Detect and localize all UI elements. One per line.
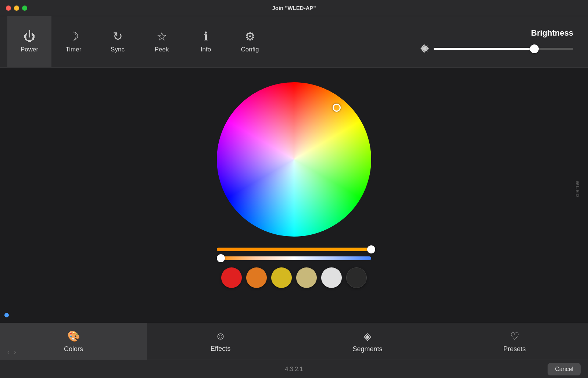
brightness-fill [434,48,534,50]
toolbar: ⏻ Power ☽ Timer ↻ Sync ☆ Peek ℹ Info ⚙ C… [0,16,588,68]
info-icon: ℹ [204,30,208,42]
brightness-title: Brightness [531,28,573,38]
swatch-warm-white[interactable] [296,267,317,288]
blue-indicator-dot [4,313,9,317]
white-balance-slider[interactable] [217,256,371,260]
window-controls [6,6,27,11]
toolbar-label-timer: Timer [66,46,82,53]
saturation-thumb[interactable] [367,245,375,253]
maximize-button[interactable] [22,6,27,11]
toolbar-item-sync[interactable]: ↻ Sync [96,16,140,68]
brightness-row: ✺ [420,42,573,55]
toolbar-label-config: Config [241,46,259,53]
wled-side-label: WLED [574,180,580,197]
nav-item-effects[interactable]: ☺ Effects [147,323,294,360]
nav-item-segments[interactable]: ◈ Segments [294,323,441,360]
power-icon: ⏻ [24,30,35,42]
brightness-slider[interactable] [434,48,573,50]
colors-icon: 🎨 [67,330,80,342]
toolbar-item-config[interactable]: ⚙ Config [228,16,272,68]
swatch-off[interactable] [346,267,367,288]
toolbar-label-info: Info [201,46,211,53]
version-bar: 4.3.2.1 Cancel [0,360,588,378]
toolbar-item-info[interactable]: ℹ Info [184,16,228,68]
close-button[interactable] [6,6,11,11]
swatches-row [221,267,367,288]
effects-icon: ☺ [215,330,226,342]
color-wheel[interactable] [217,82,371,237]
nav-label-colors: Colors [64,345,83,353]
toolbar-label-peek: Peek [155,46,169,53]
swatch-yellow[interactable] [271,267,292,288]
toolbar-item-peek[interactable]: ☆ Peek [140,16,184,68]
swatch-red[interactable] [221,267,242,288]
nav-item-colors[interactable]: 🎨 Colors [0,323,147,360]
nav-label-effects: Effects [211,345,231,353]
minimize-button[interactable] [14,6,19,11]
white-balance-thumb[interactable] [217,254,225,262]
version-text: 4.3.2.1 [285,366,303,372]
swatch-white[interactable] [321,267,342,288]
nav-item-presets[interactable]: ♡ Presets [441,323,588,360]
back-button[interactable]: ‹ [7,348,10,356]
forward-button[interactable]: › [14,348,16,356]
title-bar: Join "WLED-AP" [0,0,588,16]
main-content [0,68,588,334]
sync-icon: ↻ [113,30,123,42]
peek-icon: ☆ [157,30,167,42]
toolbar-label-sync: Sync [111,46,125,53]
color-wheel-picker[interactable] [333,104,341,112]
bottom-nav: 🎨 Colors ☺ Effects ◈ Segments ♡ Presets [0,323,588,360]
brightness-thumb[interactable] [530,44,539,53]
cancel-button[interactable]: Cancel [548,363,581,375]
saturation-slider[interactable] [217,248,371,251]
brightness-section: Brightness ✺ [420,28,581,55]
nav-arrows: ‹ › [7,348,16,356]
nav-label-segments: Segments [352,345,382,353]
toolbar-label-power: Power [21,46,38,53]
config-icon: ⚙ [245,30,255,42]
color-wheel-container[interactable] [217,82,371,237]
sliders-section [217,248,371,260]
toolbar-item-power[interactable]: ⏻ Power [7,16,51,68]
timer-icon: ☽ [68,30,79,42]
nav-label-presets: Presets [503,345,526,353]
brightness-sun-icon: ✺ [420,42,429,55]
swatch-orange[interactable] [246,267,267,288]
presets-icon: ♡ [510,330,519,342]
segments-icon: ◈ [363,330,372,342]
window-title: Join "WLED-AP" [272,5,316,11]
toolbar-item-timer[interactable]: ☽ Timer [51,16,96,68]
